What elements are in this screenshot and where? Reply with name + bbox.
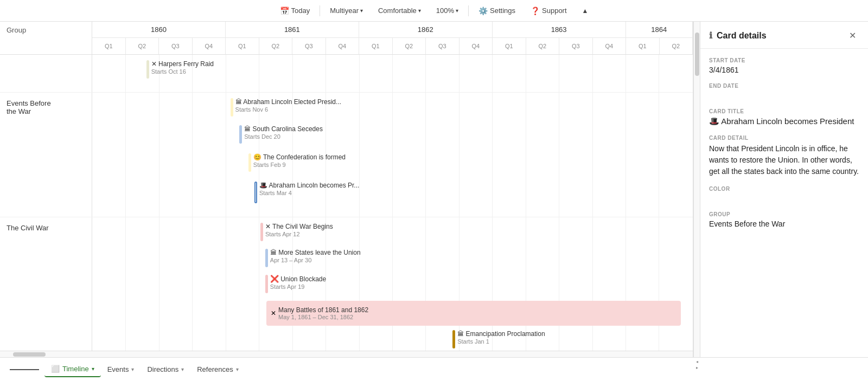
year-1860: 1860 — [92, 22, 226, 37]
tab-directions[interactable]: Directions ▾ — [141, 362, 190, 377]
emancipation-icon: 🏛 — [457, 330, 464, 338]
event-confederation[interactable]: 😊 The Confederation is formed Starts Feb… — [248, 153, 346, 172]
tab-timeline[interactable]: ⬜ Timeline ▾ — [44, 361, 101, 377]
references-chevron-icon: ▾ — [236, 366, 239, 372]
blockade-icon: ❌ — [270, 275, 279, 283]
q2-1861: Q2 — [259, 38, 293, 54]
timeline-tab-label: Timeline — [62, 365, 89, 373]
tab-references[interactable]: References ▾ — [190, 362, 245, 377]
q1-1863: Q1 — [493, 38, 526, 54]
lincoln-president-icon: 🎩 — [259, 182, 267, 189]
event-many-battles[interactable]: ✕ Many Battles of 1861 and 1862 May 1, 1… — [266, 301, 681, 326]
tab-events[interactable]: Events ▾ — [101, 362, 141, 377]
battles-icon: ✕ — [271, 309, 276, 317]
lincoln-elected-icon: 🏛 — [235, 98, 242, 106]
directions-chevron-icon: ▾ — [181, 366, 184, 372]
close-button[interactable]: ✕ — [846, 29, 859, 42]
event-more-states[interactable]: 🏛 More States leave the Union Apr 13 – A… — [265, 249, 361, 267]
harpers-icon: ✕ — [151, 60, 157, 68]
timeline-chevron-icon: ▾ — [92, 366, 94, 372]
toolbar-separator-1 — [320, 5, 320, 16]
vertical-scrollbar[interactable]: ◂ ▸ — [693, 22, 700, 357]
event-lincoln-elected[interactable]: 🏛 Abraham Lincoln Elected Presid... Star… — [231, 98, 341, 117]
multiyear-label: Multiyear — [330, 7, 359, 15]
menu-button[interactable] — [4, 365, 44, 374]
q4-1861: Q4 — [326, 38, 360, 54]
group-value: Events Before the War — [709, 219, 859, 228]
events-tab-label: Events — [107, 365, 129, 373]
card-title-section: CARD TITLE 🎩 Abraham Lincoln becomes Pre… — [709, 108, 859, 126]
comfortable-label: Comfortable — [378, 7, 417, 15]
sc-secedes-icon: 🏛 — [244, 125, 251, 133]
card-detail-section: CARD DETAIL Now that President Lincoln i… — [709, 135, 859, 177]
comfortable-chevron-icon: ▾ — [418, 8, 421, 14]
directions-tab-label: Directions — [147, 365, 178, 373]
q4-1862: Q4 — [459, 38, 493, 54]
collapse-button[interactable]: ▲ — [577, 5, 594, 17]
timeline-body[interactable]: ✕ Harpers Ferry Raid Starts Oct 16 Event… — [0, 55, 693, 351]
card-detail-value: Now that President Lincoln is in office,… — [709, 143, 859, 177]
zoom-label: 100% — [436, 7, 454, 15]
q1-1860: Q1 — [92, 38, 126, 54]
events-chevron-icon: ▾ — [131, 366, 134, 372]
events-cell-1: 🏛 Abraham Lincoln Elected Presid... Star… — [92, 93, 693, 217]
year-1864: 1864 — [626, 22, 693, 37]
row-harpers: ✕ Harpers Ferry Raid Starts Oct 16 — [0, 55, 693, 93]
color-section: COLOR — [709, 186, 859, 203]
event-emancipation[interactable]: 🏛 Emancipation Proclamation Starts Jan 1 — [452, 330, 545, 348]
end-date-label: END DATE — [709, 83, 859, 89]
info-icon: ℹ — [709, 30, 712, 41]
q4-1860: Q4 — [193, 38, 226, 54]
card-details-title: ℹ Card details — [709, 30, 767, 41]
horizontal-scrollbar[interactable] — [0, 351, 693, 357]
zoom-button[interactable]: 100% ▾ — [431, 4, 464, 17]
quarter-row: Q1 Q2 Q3 Q4 Q1 Q2 Q3 Q4 Q1 Q2 Q3 Q4 Q1 — [92, 38, 693, 54]
q1-1864: Q1 — [626, 38, 660, 54]
start-date-section: START DATE 3/4/1861 — [709, 57, 859, 74]
group-label-civil-war: The Civil War — [0, 217, 92, 351]
group-header: Group — [0, 22, 92, 54]
today-label: Today — [291, 7, 310, 15]
settings-button[interactable]: ⚙️ Settings — [473, 4, 521, 17]
event-lincoln-president[interactable]: 🎩 Abraham Lincoln becomes Pr... Starts M… — [254, 182, 359, 203]
support-icon: ❓ — [531, 7, 540, 15]
grid-lines-1 — [92, 93, 693, 217]
event-civil-war-begins[interactable]: ✕ The Civil War Begins Starts Apr 12 — [260, 223, 333, 241]
multiyear-button[interactable]: Multiyear ▾ — [324, 4, 368, 17]
card-details-panel: ℹ Card details ✕ START DATE 3/4/1861 END… — [700, 22, 868, 357]
settings-label: Settings — [490, 7, 515, 15]
q1-1861: Q1 — [226, 38, 259, 54]
q2-1862: Q2 — [393, 38, 426, 54]
today-button[interactable]: 📅 Today — [275, 4, 316, 17]
card-title-value: 🎩 Abraham Lincoln becomes President — [709, 117, 859, 126]
toolbar-separator-2 — [468, 5, 469, 16]
multiyear-chevron-icon: ▾ — [360, 8, 363, 14]
event-harpers-ferry[interactable]: ✕ Harpers Ferry Raid Starts Oct 16 — [146, 60, 214, 79]
year-1862: 1862 — [359, 22, 493, 37]
end-date-value — [709, 91, 859, 100]
support-button[interactable]: ❓ Support — [525, 4, 572, 17]
support-label: Support — [542, 7, 567, 15]
timeline-panel: Group 1860 1861 1862 1863 — [0, 22, 693, 357]
timeline-header: Group 1860 1861 1862 1863 — [0, 22, 693, 55]
year-1861: 1861 — [226, 22, 359, 37]
color-value — [709, 194, 859, 203]
event-sc-secedes[interactable]: 🏛 South Carolina Secedes Starts Dec 20 — [239, 125, 323, 144]
q3-1863: Q3 — [559, 38, 593, 54]
h-scroll-thumb[interactable] — [13, 352, 46, 357]
events-cell-2: ✕ The Civil War Begins Starts Apr 12 🏛 — [92, 217, 693, 351]
comfortable-button[interactable]: Comfortable ▾ — [373, 4, 426, 17]
q2-1860: Q2 — [126, 38, 159, 54]
start-date-value: 3/4/1861 — [709, 66, 859, 74]
collapse-icon: ▲ — [582, 7, 589, 15]
v-scroll-thumb[interactable] — [695, 33, 699, 76]
q3-1861: Q3 — [292, 38, 326, 54]
event-union-blockade[interactable]: ❌ Union Blockade Starts Apr 19 — [265, 275, 326, 293]
q1-1862: Q1 — [359, 38, 393, 54]
close-icon: ✕ — [849, 31, 856, 40]
q2-1863: Q2 — [526, 38, 560, 54]
group-label-events-before: Events Beforethe War — [0, 93, 92, 217]
q4-1863: Q4 — [593, 38, 627, 54]
card-title-label: CARD TITLE — [709, 108, 859, 114]
color-label: COLOR — [709, 186, 859, 192]
